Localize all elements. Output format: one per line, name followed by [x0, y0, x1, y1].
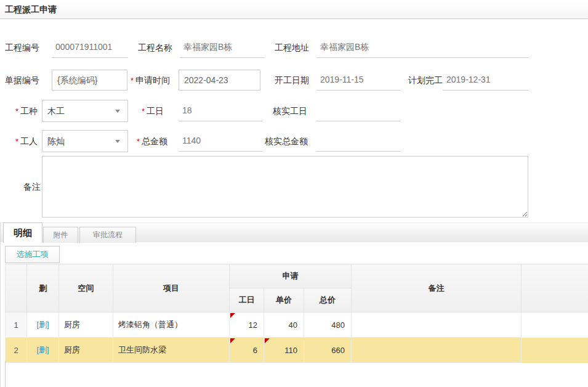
verified-days-label: 核实工日	[273, 100, 307, 122]
filler-cell	[522, 338, 588, 363]
chevron-down-icon	[115, 140, 120, 143]
edited-flag-icon	[230, 338, 235, 343]
col-header-space: 空间	[59, 264, 113, 312]
remark-cell[interactable]	[352, 312, 522, 338]
doc-no-label: 单据编号	[5, 70, 39, 91]
delete-row-link[interactable]: [删]	[36, 320, 49, 329]
filler-column-header	[522, 264, 588, 312]
work-type-select[interactable]: 木工	[42, 100, 128, 122]
detail-table: 删 空间 项目 申请 备注 工日 单价 总价 1 [删] 厨房 烤漆铝角（普通）…	[5, 264, 588, 363]
col-header-unit-price: 单价	[264, 288, 304, 312]
delete-row-link[interactable]: [删]	[36, 345, 49, 354]
filler-cell	[522, 312, 588, 338]
plan-finish-value: 2019-12-31	[443, 70, 528, 91]
table-row: 2 [删] 厨房 卫生间防水梁 6 110 660	[6, 338, 588, 363]
total-price-cell: 660	[304, 338, 352, 363]
start-date-value: 2019-11-15	[316, 70, 400, 91]
col-header-index	[6, 264, 27, 312]
select-construction-items-button[interactable]: 选施工项	[5, 246, 60, 263]
item-cell[interactable]: 卫生间防水梁	[113, 338, 230, 363]
apply-time-input[interactable]: 2022-04-23	[179, 70, 260, 91]
title-bar: 工程派工申请	[0, 0, 588, 19]
days-cell[interactable]: 12	[230, 312, 264, 338]
delete-cell: [删]	[27, 312, 59, 338]
edited-flag-icon	[230, 313, 235, 318]
dispatch-application-page: 工程派工申请 工程编号 000071911001 工程名称 幸福家园B栋 工程地…	[0, 0, 588, 387]
remark-label: 备注	[23, 181, 41, 193]
required-mark: *	[131, 76, 134, 85]
worker-label: *工人	[15, 130, 38, 153]
delete-cell: [删]	[27, 338, 59, 363]
col-header-days: 工日	[230, 288, 264, 312]
edited-flag-icon	[265, 338, 270, 343]
unit-price-cell[interactable]: 110	[264, 338, 304, 363]
unit-price-cell[interactable]: 40	[264, 312, 304, 338]
total-amount-value[interactable]: 1140	[179, 131, 262, 152]
work-days-label: *工日	[142, 100, 164, 123]
project-no-value: 000071911001	[52, 38, 128, 58]
chevron-down-icon	[115, 110, 120, 113]
total-price-cell: 480	[304, 312, 352, 338]
project-name-label: 工程名称	[138, 38, 172, 58]
project-name-value: 幸福家园B栋	[180, 38, 265, 58]
project-address-label: 工程地址	[275, 38, 309, 58]
doc-no-input[interactable]: {系统编码}	[52, 70, 127, 91]
space-cell[interactable]: 厨房	[59, 338, 113, 363]
plan-finish-label: 计划完工	[408, 70, 443, 91]
col-header-total-price: 总价	[304, 288, 352, 312]
tab-detail[interactable]: 明细	[3, 222, 42, 243]
worker-select[interactable]: 陈灿	[42, 130, 128, 152]
col-header-item: 项目	[113, 264, 230, 312]
table-row: 1 [删] 厨房 烤漆铝角（普通） 12 40 480	[6, 312, 588, 338]
verified-amount-value[interactable]	[316, 131, 400, 152]
panel-left-border	[0, 222, 1, 387]
total-amount-label: *总金额	[137, 130, 167, 153]
start-date-label: 开工日期	[275, 70, 309, 91]
tab-attachments[interactable]: 附件	[43, 227, 78, 243]
tab-strip: 明细 附件 审批流程	[0, 222, 588, 242]
work-days-value[interactable]: 18	[179, 101, 262, 121]
row-index: 1	[6, 312, 27, 338]
remark-textarea[interactable]	[42, 156, 528, 218]
remark-cell[interactable]	[352, 338, 522, 363]
project-address-value: 幸福家园B栋	[316, 38, 528, 58]
row-index: 2	[6, 338, 27, 363]
grid-left-border	[5, 361, 6, 387]
apply-time-label: *申请时间	[131, 70, 170, 91]
verified-amount-label: 核实总金额	[265, 130, 308, 152]
col-header-delete: 删	[27, 264, 59, 312]
item-cell[interactable]: 烤漆铝角（普通）	[113, 312, 230, 338]
page-title: 工程派工申请	[5, 4, 57, 15]
project-no-label: 工程编号	[5, 38, 39, 58]
col-header-remark: 备注	[352, 264, 522, 312]
space-cell[interactable]: 厨房	[59, 312, 113, 338]
col-header-apply-group: 申请	[230, 264, 352, 288]
days-cell[interactable]: 6	[230, 338, 264, 363]
work-type-label: *工种	[15, 100, 38, 123]
tab-approval-flow[interactable]: 审批流程	[79, 227, 136, 243]
verified-days-value[interactable]	[316, 101, 400, 121]
